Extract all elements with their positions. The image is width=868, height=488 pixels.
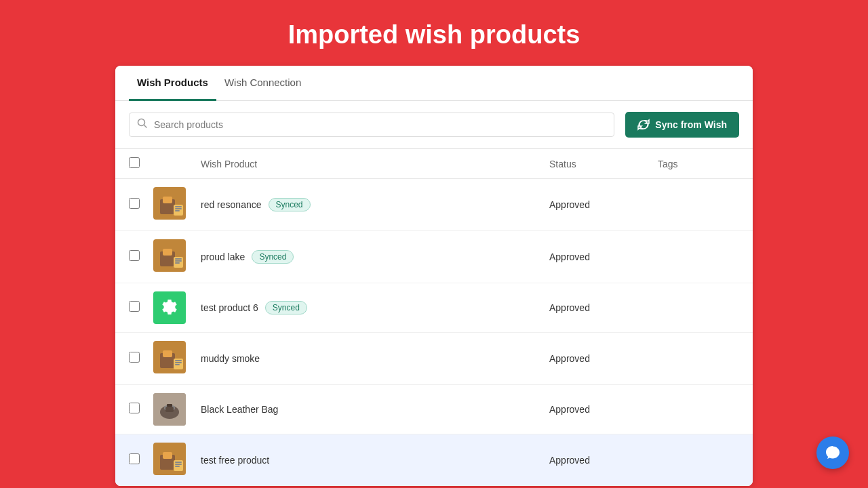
sync-button[interactable]: Sync from Wish bbox=[625, 112, 739, 138]
svg-rect-34 bbox=[175, 466, 180, 467]
product-thumbnail bbox=[153, 393, 201, 426]
row-checkbox[interactable] bbox=[129, 352, 140, 363]
search-input[interactable] bbox=[129, 113, 614, 137]
svg-rect-27 bbox=[167, 404, 172, 407]
product-name: proud lake bbox=[201, 251, 245, 262]
svg-rect-15 bbox=[175, 262, 180, 264]
product-thumbnail bbox=[153, 443, 201, 478]
product-status: Approved bbox=[549, 199, 658, 210]
page-title: Imported wish products bbox=[288, 20, 580, 49]
svg-rect-22 bbox=[175, 364, 180, 365]
chat-button[interactable] bbox=[816, 436, 849, 469]
product-name-cell: muddy smoke bbox=[201, 353, 549, 364]
search-wrap bbox=[129, 113, 614, 137]
product-name: test product 6 bbox=[201, 302, 258, 313]
product-status: Approved bbox=[549, 251, 658, 262]
svg-rect-21 bbox=[175, 362, 182, 363]
row-checkbox[interactable] bbox=[129, 453, 140, 464]
gear-green-icon bbox=[153, 291, 186, 324]
tab-wish-connection[interactable]: Wish Connection bbox=[216, 66, 309, 101]
chat-icon bbox=[825, 445, 841, 461]
search-icon bbox=[137, 118, 148, 131]
svg-rect-4 bbox=[163, 197, 172, 203]
svg-rect-8 bbox=[175, 210, 180, 211]
product-thumbnail bbox=[153, 291, 201, 324]
product-name-cell: test free product bbox=[201, 455, 549, 466]
table-row: proud lake Synced Approved bbox=[115, 231, 753, 283]
product-status: Approved bbox=[549, 455, 658, 466]
table-row: Black Leather Bag Approved bbox=[115, 385, 753, 434]
svg-rect-33 bbox=[175, 464, 182, 465]
photo-thumbnail bbox=[153, 393, 186, 426]
select-all-checkbox[interactable] bbox=[129, 157, 140, 168]
table-header: Wish Product Status Tags bbox=[115, 149, 753, 179]
table-row: red resonance Synced Approved bbox=[115, 179, 753, 231]
svg-rect-18 bbox=[163, 350, 172, 357]
product-thumbnail bbox=[153, 187, 201, 222]
product-thumbnail bbox=[153, 239, 201, 274]
product-thumbnail bbox=[153, 341, 201, 376]
product-name-cell: proud lake Synced bbox=[201, 250, 549, 264]
box-clipboard-icon bbox=[153, 341, 186, 373]
svg-rect-30 bbox=[163, 452, 172, 459]
main-card: Wish Products Wish Connection Sync from … bbox=[115, 66, 753, 486]
product-status: Approved bbox=[549, 353, 658, 364]
box-clipboard-icon bbox=[153, 187, 186, 220]
row-checkbox[interactable] bbox=[129, 301, 140, 312]
product-status: Approved bbox=[549, 404, 658, 415]
sync-icon bbox=[637, 119, 650, 131]
tab-wish-products[interactable]: Wish Products bbox=[129, 66, 216, 101]
svg-rect-32 bbox=[175, 462, 182, 463]
svg-rect-6 bbox=[175, 206, 182, 207]
product-name: test free product bbox=[201, 455, 269, 466]
table-row: test free product Approved bbox=[115, 434, 753, 486]
synced-badge: Synced bbox=[252, 250, 294, 264]
svg-rect-11 bbox=[163, 249, 172, 256]
synced-badge: Synced bbox=[265, 301, 307, 314]
column-header-status: Status bbox=[549, 159, 658, 169]
products-table: Wish Product Status Tags bbox=[115, 149, 753, 486]
table-row: test product 6 Synced Approved bbox=[115, 283, 753, 333]
product-name: muddy smoke bbox=[201, 353, 260, 364]
product-status: Approved bbox=[549, 302, 658, 313]
tab-bar: Wish Products Wish Connection bbox=[115, 66, 753, 101]
product-name-cell: red resonance Synced bbox=[201, 198, 549, 211]
svg-rect-14 bbox=[175, 260, 182, 262]
table-row: muddy smoke Approved bbox=[115, 333, 753, 385]
svg-rect-20 bbox=[175, 360, 182, 361]
svg-rect-26 bbox=[165, 407, 174, 412]
svg-rect-13 bbox=[175, 258, 182, 260]
product-name: red resonance bbox=[201, 199, 262, 210]
column-header-product: Wish Product bbox=[201, 159, 549, 169]
product-name-cell: test product 6 Synced bbox=[201, 301, 549, 314]
box-clipboard-icon bbox=[153, 443, 186, 475]
toolbar: Sync from Wish bbox=[115, 101, 753, 149]
column-header-tags: Tags bbox=[658, 159, 739, 169]
product-name-cell: Black Leather Bag bbox=[201, 404, 549, 415]
row-checkbox[interactable] bbox=[129, 403, 140, 413]
row-checkbox[interactable] bbox=[129, 198, 140, 209]
svg-rect-7 bbox=[175, 208, 182, 209]
row-checkbox[interactable] bbox=[129, 250, 140, 261]
box-clipboard-icon bbox=[153, 239, 186, 272]
product-name: Black Leather Bag bbox=[201, 404, 278, 415]
svg-line-1 bbox=[144, 125, 147, 128]
synced-badge: Synced bbox=[269, 198, 311, 211]
